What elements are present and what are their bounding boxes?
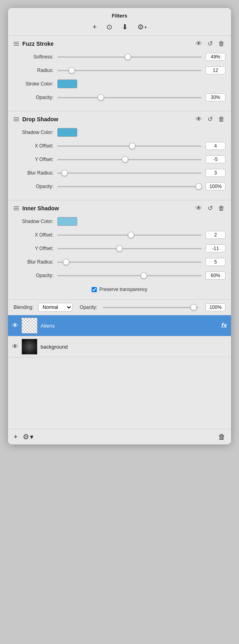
inner-shadow-header: Inner Shadow 👁 ↺ 🗑	[14, 204, 225, 212]
drop-shadow-header: Drop Shadow 👁 ↺ 🗑	[14, 115, 225, 123]
radius-input[interactable]	[206, 66, 225, 74]
shadow-color-label: Shadow Color:	[14, 130, 53, 135]
trash-icon: 🗑	[218, 40, 225, 47]
aliens-visibility-icon[interactable]: 👁	[12, 322, 18, 329]
fuzz-stroke-actions: 👁 ↺ 🗑	[195, 40, 225, 47]
bottom-toolbar-left: + ⚙ ▾	[14, 433, 218, 441]
chevron-down-icon: ▾	[30, 433, 33, 441]
target-button[interactable]: ⊙	[105, 22, 114, 32]
chevron-down-icon: ▾	[145, 25, 147, 29]
x-offset-slider[interactable]	[57, 142, 202, 150]
drop-opacity-slider[interactable]	[57, 182, 202, 190]
drop-shadow-actions: 👁 ↺ 🗑	[195, 115, 225, 123]
fuzz-stroke-section: Fuzz Stroke 👁 ↺ 🗑 Softness:	[8, 36, 231, 111]
gear-button[interactable]: ⚙ ▾	[136, 22, 148, 32]
preserve-transparency-checkbox[interactable]	[92, 287, 97, 292]
layer-item-aliens[interactable]: 👁 Aliens fx	[8, 315, 231, 336]
inner-x-offset-input[interactable]	[206, 231, 225, 239]
fuzz-opacity-label: Opacity:	[14, 95, 53, 100]
download-button[interactable]: ⬇	[120, 22, 129, 32]
softness-input[interactable]	[206, 53, 225, 61]
add-icon: +	[14, 433, 18, 441]
y-offset-row: Y Offset:	[14, 154, 225, 165]
y-offset-slider[interactable]	[57, 155, 202, 163]
radius-label: Radius:	[14, 68, 53, 73]
blending-opacity-slider[interactable]	[103, 303, 198, 311]
blur-radius-input[interactable]	[206, 169, 225, 177]
blur-radius-slider[interactable]	[57, 169, 202, 177]
inner-shadow-color-swatch[interactable]	[57, 217, 77, 226]
x-offset-row: X Offset:	[14, 140, 225, 151]
delete-layer-button[interactable]: 🗑	[218, 433, 225, 441]
filters-panel: Filters + ⊙ ⬇ ⚙ ▾ Fuzz Stroke	[8, 8, 231, 444]
inner-shadow-reset-button[interactable]: ↺	[207, 204, 214, 212]
fuzz-stroke-visibility-button[interactable]: 👁	[195, 40, 203, 47]
inner-shadow-visibility-button[interactable]: 👁	[195, 205, 203, 212]
eye-icon: 👁	[196, 116, 202, 122]
x-offset-input[interactable]	[206, 142, 225, 150]
opacity-label: Opacity:	[80, 305, 97, 310]
reset-icon: ↺	[208, 116, 213, 122]
inner-y-offset-slider[interactable]	[57, 244, 202, 252]
radius-slider[interactable]	[57, 66, 202, 74]
y-offset-input[interactable]	[206, 155, 225, 163]
background-visibility-icon[interactable]: 👁	[12, 343, 18, 350]
drop-shadow-visibility-button[interactable]: 👁	[195, 116, 203, 123]
gear-icon: ⚙	[23, 433, 29, 441]
inner-x-offset-row: X Offset:	[14, 229, 225, 241]
fuzz-stroke-header: Fuzz Stroke 👁 ↺ 🗑	[14, 40, 225, 47]
inner-opacity-label: Opacity:	[14, 273, 53, 278]
stroke-color-swatch[interactable]	[57, 80, 77, 88]
inner-shadow-delete-button[interactable]: 🗑	[217, 205, 225, 212]
inner-blur-slider[interactable]	[57, 258, 202, 266]
inner-opacity-slider[interactable]	[57, 272, 202, 279]
blur-radius-row: Blur Radius:	[14, 167, 225, 178]
eye-icon: 👁	[196, 205, 202, 211]
layer-item-background[interactable]: 👁 background	[8, 336, 231, 357]
fuzz-stroke-title: Fuzz Stroke	[22, 41, 195, 47]
trash-icon: 🗑	[218, 433, 225, 441]
drag-handle[interactable]	[14, 206, 19, 210]
layer-list-spacer	[8, 357, 231, 429]
preserve-transparency-label: Preserve transparency	[99, 287, 147, 292]
inner-blur-row: Blur Radius:	[14, 256, 225, 268]
inner-y-offset-label: Y Offset:	[14, 246, 53, 251]
drop-shadow-title: Drop Shadow	[22, 116, 195, 122]
drag-handle[interactable]	[14, 117, 19, 121]
eye-icon: 👁	[196, 40, 202, 47]
radius-row: Radius:	[14, 65, 225, 76]
add-layer-button[interactable]: +	[14, 433, 18, 441]
softness-row: Softness:	[14, 51, 225, 62]
drop-shadow-reset-button[interactable]: ↺	[207, 115, 214, 123]
drag-handle[interactable]	[14, 42, 19, 46]
add-filter-button[interactable]: +	[91, 22, 98, 32]
inner-x-offset-label: X Offset:	[14, 232, 53, 238]
drop-opacity-input[interactable]	[206, 182, 225, 190]
fuzz-opacity-row: Opacity:	[14, 92, 225, 103]
inner-y-offset-input[interactable]	[206, 244, 225, 252]
fuzz-opacity-input[interactable]	[206, 93, 225, 101]
layer-list: 👁 Aliens fx 👁 background	[8, 315, 231, 429]
stroke-color-label: Stroke Color:	[14, 81, 53, 87]
inner-blur-label: Blur Radius:	[14, 259, 53, 265]
inner-opacity-input[interactable]	[206, 272, 225, 279]
header-toolbar: + ⊙ ⬇ ⚙ ▾	[12, 22, 227, 32]
panel-header: Filters + ⊙ ⬇ ⚙ ▾	[8, 8, 231, 36]
softness-slider[interactable]	[57, 53, 202, 61]
inner-shadow-title: Inner Shadow	[22, 205, 195, 211]
trash-icon: 🗑	[218, 116, 225, 122]
inner-blur-input[interactable]	[206, 258, 225, 266]
fuzz-stroke-delete-button[interactable]: 🗑	[217, 40, 225, 47]
fuzz-opacity-slider[interactable]	[57, 93, 202, 101]
blending-row: Blending: Normal Multiply Screen Overlay…	[8, 300, 231, 315]
download-icon: ⬇	[122, 23, 128, 31]
blending-opacity-input[interactable]	[206, 303, 225, 311]
blending-select[interactable]: Normal Multiply Screen Overlay Darken Li…	[38, 303, 72, 312]
drop-shadow-delete-button[interactable]: 🗑	[217, 116, 225, 123]
inner-x-offset-slider[interactable]	[57, 231, 202, 239]
bottom-gear-button[interactable]: ⚙ ▾	[23, 433, 33, 441]
aliens-thumbnail	[22, 318, 37, 334]
fuzz-stroke-reset-button[interactable]: ↺	[207, 40, 214, 47]
shadow-color-swatch[interactable]	[57, 128, 77, 137]
background-thumbnail	[22, 339, 37, 355]
